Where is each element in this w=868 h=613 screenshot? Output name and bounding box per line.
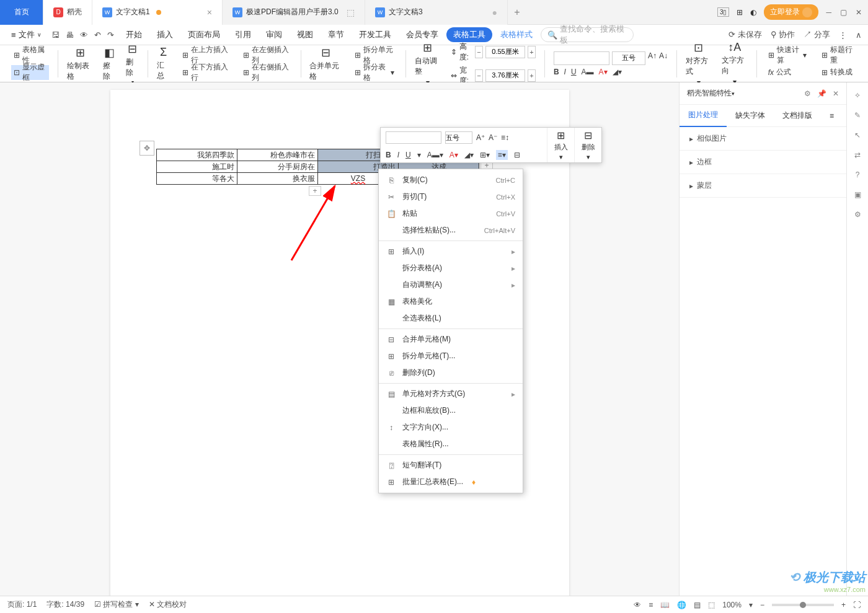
add-row-button[interactable]: + xyxy=(309,186,321,196)
border-button[interactable]: ⊞▾ xyxy=(480,151,490,159)
section-mask[interactable]: ▸蒙层 xyxy=(680,174,846,198)
view-page-icon[interactable]: ≡ xyxy=(649,601,653,609)
cell[interactable]: 施工时 xyxy=(157,161,237,173)
context-单元格对齐方式(G)[interactable]: ▤单元格对齐方式(G)▸ xyxy=(379,386,523,402)
context-全选表格(L)[interactable]: 全选表格(L) xyxy=(379,310,523,327)
dec-height[interactable]: − xyxy=(475,46,483,58)
menu-dev[interactable]: 开发工具 xyxy=(352,25,398,45)
erase-button[interactable]: ◧擦除 xyxy=(98,46,121,82)
insert-col-left[interactable]: ⊞ 在左侧插入列 xyxy=(241,48,291,63)
inc-width[interactable]: + xyxy=(528,69,536,82)
share-button[interactable]: ↗ 分享 xyxy=(804,29,830,40)
context-合并单元格(M)[interactable]: ⊟合并单元格(M) xyxy=(379,331,523,348)
context-表格美化[interactable]: ▦表格美化 xyxy=(379,293,523,310)
tab-missing-font[interactable]: 缺失字体 xyxy=(727,105,774,127)
insert-col-right[interactable]: ⊞ 在右侧插入列 xyxy=(241,65,291,80)
context-边框和底纹(B)...[interactable]: 边框和底纹(B)... xyxy=(379,402,523,419)
text-direction-button[interactable]: ↕A文字方向 ▾ xyxy=(717,41,753,86)
view-read-icon[interactable]: 📖 xyxy=(660,601,670,609)
zoom-out-button[interactable]: − xyxy=(760,601,764,609)
align-button[interactable]: ≡▾ xyxy=(496,150,508,160)
merge-cells-button[interactable]: ⊟合并单元格 xyxy=(304,46,347,82)
tab-doc1[interactable]: W 文字文稿1 × xyxy=(92,0,223,25)
view-eye-icon[interactable]: 👁 xyxy=(634,601,641,609)
mini-font-select[interactable] xyxy=(386,131,441,144)
zoom-value[interactable]: 100% xyxy=(722,601,742,609)
more-icon[interactable]: ⋮ xyxy=(839,30,847,40)
shrink-font-icon[interactable]: A↓ xyxy=(659,51,668,65)
unsaved-button[interactable]: ⟳ 未保存 xyxy=(728,29,762,40)
tab-pdf[interactable]: W 极速PDF编辑器用户手册3.0 ⬚ xyxy=(223,0,365,25)
fast-calc-button[interactable]: ⊞ 快速计算 ▾ xyxy=(766,48,809,63)
font-select[interactable] xyxy=(554,51,609,65)
context-删除列(D)[interactable]: ⎚删除列(D) xyxy=(379,364,523,381)
font-color-button[interactable]: A▾ xyxy=(450,151,458,159)
menu-layout[interactable]: 页面布局 xyxy=(181,25,227,45)
bold-button[interactable]: B xyxy=(386,151,391,159)
file-menu[interactable]: ≡ 文件∨ xyxy=(6,29,46,40)
highlight-button[interactable]: A▬ xyxy=(582,68,594,76)
close-icon[interactable]: ⬚ xyxy=(347,7,355,17)
collab-button[interactable]: ⚲ 协作 xyxy=(771,29,795,40)
apps-icon[interactable]: ⊞ xyxy=(737,8,743,17)
shrink-font-icon[interactable]: A⁻ xyxy=(489,133,497,142)
width-input[interactable] xyxy=(485,69,525,82)
redo-icon[interactable]: ↷ xyxy=(107,30,114,40)
underline-button[interactable]: U xyxy=(405,151,411,159)
size-select[interactable] xyxy=(612,51,645,65)
context-文字方向(X)...[interactable]: ↕文字方向(X)... xyxy=(379,419,523,436)
summary-button[interactable]: Σ汇总 xyxy=(152,46,175,81)
settings-icon[interactable]: ⇄ xyxy=(854,151,861,159)
undo-icon[interactable]: ↶ xyxy=(94,30,101,40)
cell[interactable]: 粉色赤峰市在 xyxy=(237,149,318,161)
table-move-handle[interactable]: ✥ xyxy=(140,141,154,156)
collapse-ribbon-icon[interactable]: ∧ xyxy=(856,30,862,40)
draw-table-button[interactable]: ⊞绘制表格 xyxy=(62,46,98,82)
autofit-button[interactable]: ⊞自动调整 ▾ xyxy=(410,41,446,87)
preview-icon[interactable]: 👁 xyxy=(80,30,88,40)
word-count[interactable]: 字数: 14/39 xyxy=(46,599,84,610)
menu-review[interactable]: 审阅 xyxy=(259,25,289,45)
tab-doc3[interactable]: W 文字文稿3 ● xyxy=(365,0,508,25)
insert-row-below[interactable]: ⊞ 在下方插入行 xyxy=(180,65,231,80)
grow-font-icon[interactable]: A↑ xyxy=(648,51,657,65)
section-border[interactable]: ▸边框 xyxy=(680,151,846,174)
skin-icon[interactable]: ◐ xyxy=(750,8,756,17)
context-表格属性(R)...[interactable]: 表格属性(R)... xyxy=(379,436,523,452)
title-row-button[interactable]: ⊞ 标题行重 xyxy=(819,48,857,63)
context-选择性粘贴(S)...[interactable]: 选择性粘贴(S)...Ctrl+Alt+V xyxy=(379,222,523,239)
delete-button[interactable]: ⊟删除▾ xyxy=(121,42,144,85)
highlight-button[interactable]: A▬▾ xyxy=(427,151,443,159)
context-拆分单元格(T)...[interactable]: ⊞拆分单元格(T)... xyxy=(379,348,523,364)
page-count[interactable]: 页面: 1/1 xyxy=(7,599,37,610)
login-button[interactable]: 立即登录 xyxy=(764,4,818,20)
context-批量汇总表格(E)...[interactable]: ⊞批量汇总表格(E)...♦ xyxy=(379,474,523,490)
menu-table-tool[interactable]: 表格工具 xyxy=(446,27,492,42)
italic-button[interactable]: I xyxy=(564,68,566,76)
cell[interactable]: 换衣服 xyxy=(237,173,318,185)
close-icon[interactable]: × xyxy=(207,7,212,17)
italic-button[interactable]: I xyxy=(397,151,399,159)
pin-icon[interactable]: 📌 xyxy=(817,89,826,98)
gallery-icon[interactable]: ▣ xyxy=(854,190,861,199)
fullscreen-icon[interactable]: ⛶ xyxy=(853,601,861,609)
minimize-icon[interactable]: ─ xyxy=(826,8,831,17)
view-web-icon[interactable]: 🌐 xyxy=(677,601,686,609)
zoom-in-button[interactable]: + xyxy=(841,601,846,609)
cell[interactable]: 等各大 xyxy=(157,173,237,185)
help-icon[interactable]: ? xyxy=(856,170,860,179)
close-panel-icon[interactable]: ✕ xyxy=(833,89,839,98)
font-color-button[interactable]: A▾ xyxy=(599,68,608,76)
split-table-button[interactable]: ⊞ 拆分表格 ▾ xyxy=(352,65,397,80)
linespacing-icon[interactable]: ≡↕ xyxy=(501,133,509,142)
context-剪切(T)[interactable]: ✂剪切(T)Ctrl+X xyxy=(379,188,523,205)
split-cell-button[interactable]: ⊞ 拆分单元格 xyxy=(352,48,397,63)
gear-icon[interactable]: ⚙ xyxy=(854,210,861,219)
section-similar[interactable]: ▸相似图片 xyxy=(680,127,846,151)
menu-insert[interactable]: 插入 xyxy=(150,25,180,45)
show-vframe-button[interactable]: ⊡ 显示虚框 xyxy=(11,65,49,80)
zoom-slider[interactable] xyxy=(772,604,834,606)
dot-icon[interactable]: ● xyxy=(492,7,497,17)
context-插入(I)[interactable]: ⊞插入(I)▸ xyxy=(379,243,523,260)
fill-button[interactable]: ◢▾ xyxy=(464,151,474,159)
